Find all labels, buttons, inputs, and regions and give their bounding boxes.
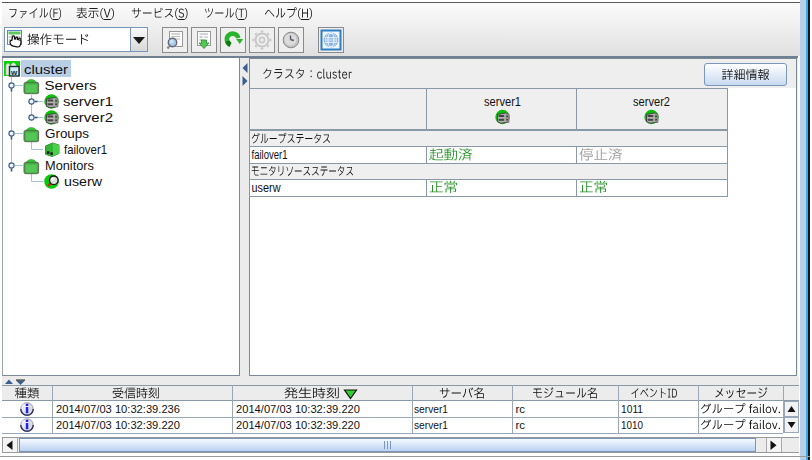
svg-text:cluster: cluster [24, 62, 69, 77]
svg-text:Groups: Groups [45, 126, 90, 141]
svg-text:2014/07/03 10:32:39.220: 2014/07/03 10:32:39.220 [56, 419, 180, 431]
svg-text:w: w [10, 68, 18, 77]
svg-text:Monitors: Monitors [45, 158, 94, 173]
svg-text:1010: 1010 [621, 419, 643, 431]
svg-text:server1: server1 [484, 95, 521, 109]
svg-text:server1: server1 [414, 403, 448, 415]
svg-text:server1: server1 [63, 94, 113, 109]
svg-text:1011: 1011 [621, 403, 643, 415]
svg-text:server2: server2 [633, 95, 670, 109]
svg-text:rc: rc [516, 403, 526, 415]
svg-text:2014/07/03 10:32:39.220: 2014/07/03 10:32:39.220 [236, 403, 360, 415]
svg-text:Servers: Servers [45, 78, 98, 93]
svg-text:2014/07/03 10:32:39.220: 2014/07/03 10:32:39.220 [236, 419, 360, 431]
svg-text:server1: server1 [414, 419, 448, 431]
svg-text:2014/07/03 10:32:39.236: 2014/07/03 10:32:39.236 [56, 403, 180, 415]
svg-text:server2: server2 [63, 110, 113, 125]
svg-text:failover1: failover1 [252, 148, 288, 162]
svg-text:rc: rc [516, 419, 526, 431]
svg-text:failover1: failover1 [64, 142, 107, 157]
svg-text:userw: userw [252, 181, 281, 195]
svg-text:userw: userw [64, 174, 103, 189]
